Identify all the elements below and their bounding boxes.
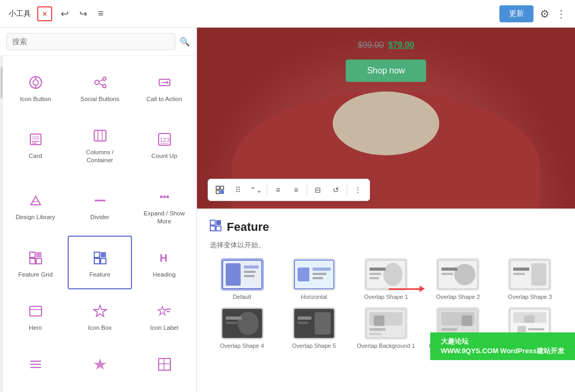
svg-rect-96 bbox=[441, 328, 457, 331]
svg-rect-34 bbox=[101, 258, 106, 264]
widget-item-list1[interactable] bbox=[3, 343, 68, 388]
svg-rect-91 bbox=[369, 328, 385, 331]
svg-rect-70 bbox=[369, 273, 381, 275]
variant-item-overlap-shape-3[interactable]: Overlap Shape 3 bbox=[498, 258, 562, 300]
svg-point-73 bbox=[454, 264, 475, 285]
widget-item-divider[interactable]: Divider bbox=[68, 174, 132, 236]
widget-item-columns-container[interactable]: Columns / Container bbox=[68, 113, 132, 174]
variant-item-overlap-shape-5[interactable]: Overlap Shape 5 bbox=[282, 307, 346, 349]
float-tool-align-left[interactable]: ≡ bbox=[269, 181, 286, 198]
svg-point-68 bbox=[383, 263, 402, 286]
feature-panel-icon bbox=[210, 220, 221, 234]
variant-item-overlap-shape-4[interactable]: Overlap Shape 4 bbox=[210, 307, 274, 349]
variant-label-horizontal: Horizontal bbox=[301, 294, 327, 300]
more-options-button[interactable]: ⋮ bbox=[556, 7, 566, 20]
call-to-action-icon bbox=[155, 73, 174, 92]
widget-item-expand-show-more[interactable]: Expand / Show More bbox=[132, 174, 196, 236]
icon-button-icon bbox=[26, 73, 45, 92]
svg-text:123: 123 bbox=[160, 137, 169, 143]
svg-point-5 bbox=[103, 77, 106, 80]
svg-rect-59 bbox=[244, 265, 259, 269]
variant-item-overlap-bg-1[interactable]: Overlap Background 1 bbox=[354, 307, 418, 349]
float-tool-loop[interactable]: ↺ bbox=[327, 181, 344, 198]
svg-rect-52 bbox=[220, 190, 224, 194]
variant-item-horizontal[interactable]: Horizontal bbox=[282, 258, 346, 300]
feature-icon bbox=[91, 248, 110, 268]
menu-button[interactable]: ≡ bbox=[96, 6, 106, 21]
redo-button[interactable]: ↪ bbox=[77, 6, 89, 22]
svg-rect-101 bbox=[528, 328, 544, 330]
variant-label-overlap-shape-1: Overlap Shape 1 bbox=[364, 294, 408, 300]
variant-item-default[interactable]: Default bbox=[210, 258, 274, 300]
heading-label: Heading bbox=[153, 271, 176, 279]
variant-thumb-overlap-shape-4 bbox=[221, 307, 264, 339]
float-tool-grid[interactable] bbox=[211, 181, 228, 198]
search-icon-button[interactable]: 🔍 bbox=[179, 37, 190, 47]
float-tool-align-center[interactable]: ≡ bbox=[288, 181, 305, 198]
widget-item-icon-label[interactable]: Icon Label bbox=[132, 289, 196, 343]
float-tool-drag[interactable]: ⠿ bbox=[229, 181, 247, 198]
float-tool-more[interactable]: ⋮ bbox=[349, 181, 366, 198]
icon-box-label: Icon Box bbox=[88, 324, 112, 332]
variant-label-default: Default bbox=[233, 294, 251, 300]
svg-rect-69 bbox=[369, 268, 385, 271]
float-tool-columns[interactable]: ⊟ bbox=[309, 181, 326, 198]
widget-item-design-library[interactable]: Design Library bbox=[3, 174, 68, 236]
svg-rect-95 bbox=[462, 315, 472, 326]
variant-thumb-overlap-bg-1 bbox=[365, 307, 407, 339]
svg-rect-64 bbox=[313, 268, 331, 271]
widget-item-icon-box[interactable]: Icon Box bbox=[68, 289, 132, 343]
widget-item-list3[interactable] bbox=[132, 343, 196, 388]
card-label: Card bbox=[29, 152, 42, 160]
svg-rect-29 bbox=[30, 258, 35, 264]
close-button[interactable]: × bbox=[37, 6, 52, 21]
svg-rect-82 bbox=[226, 316, 242, 320]
expand-show-more-icon bbox=[155, 187, 174, 206]
widget-item-feature[interactable]: Feature bbox=[68, 236, 132, 289]
variant-item-overlap-shape-2[interactable]: Overlap Shape 2 bbox=[426, 258, 490, 300]
svg-text:H: H bbox=[160, 252, 167, 264]
widget-item-feature-grid[interactable]: Feature Grid bbox=[3, 236, 68, 289]
svg-rect-63 bbox=[298, 268, 309, 281]
settings-button[interactable]: ⚙ bbox=[540, 7, 549, 20]
icon-box-icon bbox=[91, 302, 110, 321]
widget-item-count-up[interactable]: 123Count Up bbox=[132, 113, 196, 174]
svg-rect-46 bbox=[159, 358, 170, 370]
feature-panel-title: Feature bbox=[227, 220, 269, 234]
svg-rect-60 bbox=[244, 271, 256, 273]
widget-item-list2[interactable] bbox=[68, 343, 132, 388]
variant-thumb-overlap-shape-1 bbox=[365, 258, 407, 290]
undo-button[interactable]: ↩ bbox=[59, 6, 71, 22]
svg-rect-65 bbox=[313, 273, 326, 275]
widget-grid: Icon ButtonSocial ButtonsCall to ActionC… bbox=[3, 56, 196, 392]
widget-item-icon-button[interactable]: Icon Button bbox=[3, 60, 68, 113]
floating-toolbar: ⠿ ⌃⌄ ≡ ≡ ⊟ ↺ ⋮ bbox=[208, 179, 370, 201]
float-tool-updown[interactable]: ⌃⌄ bbox=[248, 181, 265, 198]
variant-thumb-overlap-shape-2 bbox=[437, 258, 479, 290]
svg-rect-51 bbox=[216, 190, 219, 194]
widget-item-hero[interactable]: Hero bbox=[3, 289, 68, 343]
divider-icon bbox=[91, 191, 110, 210]
svg-rect-53 bbox=[210, 220, 215, 225]
variant-item-overlap-shape-1[interactable]: Overlap Shape 1 bbox=[354, 258, 418, 300]
list1-icon bbox=[26, 355, 45, 374]
svg-rect-55 bbox=[210, 226, 215, 231]
call-to-action-label: Call to Action bbox=[146, 95, 182, 103]
widget-item-call-to-action[interactable]: Call to Action bbox=[132, 60, 196, 113]
columns-container-icon bbox=[91, 126, 110, 145]
shop-now-button[interactable]: Shop now bbox=[346, 60, 426, 82]
variant-label-overlap-shape-2: Overlap Shape 2 bbox=[436, 294, 480, 300]
hero-icon bbox=[26, 302, 45, 321]
watermark: 大趣论坛WWW.9QYS.COM WordPress建站开发 bbox=[430, 332, 575, 360]
svg-point-26 bbox=[166, 195, 169, 198]
widget-item-social-buttons[interactable]: Social Buttons bbox=[68, 60, 132, 113]
svg-point-24 bbox=[160, 195, 162, 198]
widget-item-heading[interactable]: HHeading bbox=[132, 236, 196, 289]
svg-rect-61 bbox=[244, 275, 254, 277]
update-button[interactable]: 更新 bbox=[499, 5, 533, 22]
search-input[interactable] bbox=[6, 33, 175, 50]
icon-button-label: Icon Button bbox=[20, 95, 51, 103]
svg-rect-36 bbox=[30, 306, 42, 316]
main-area: 🔍 Icon ButtonSocial ButtonsCall to Actio… bbox=[0, 28, 575, 392]
widget-item-card[interactable]: Card bbox=[3, 113, 68, 174]
